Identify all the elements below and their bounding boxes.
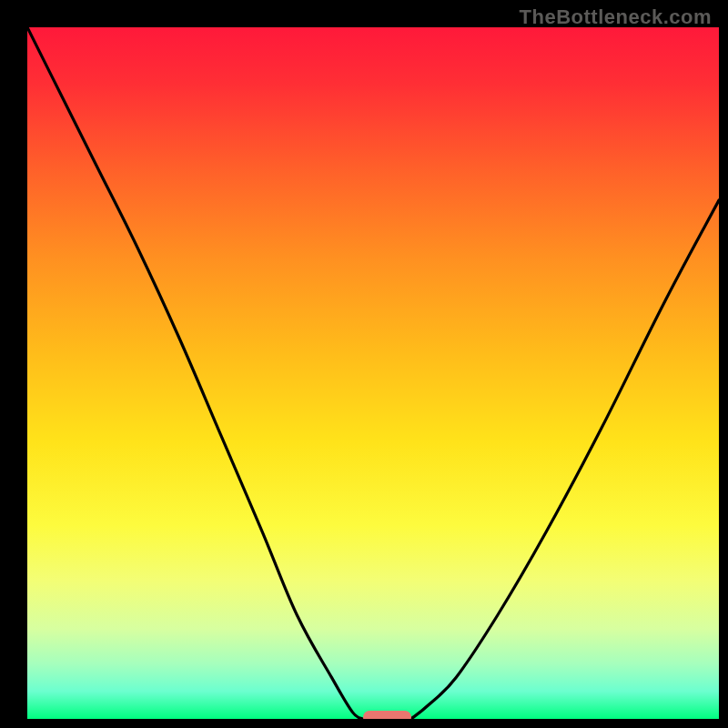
bottleneck-marker [363, 711, 411, 719]
chart-container: TheBottleneck.com [0, 0, 728, 728]
right-curve-path [411, 200, 719, 719]
curves-svg [27, 27, 719, 719]
left-curve-path [27, 27, 363, 719]
plot-area [27, 27, 719, 719]
watermark-text: TheBottleneck.com [520, 5, 712, 29]
